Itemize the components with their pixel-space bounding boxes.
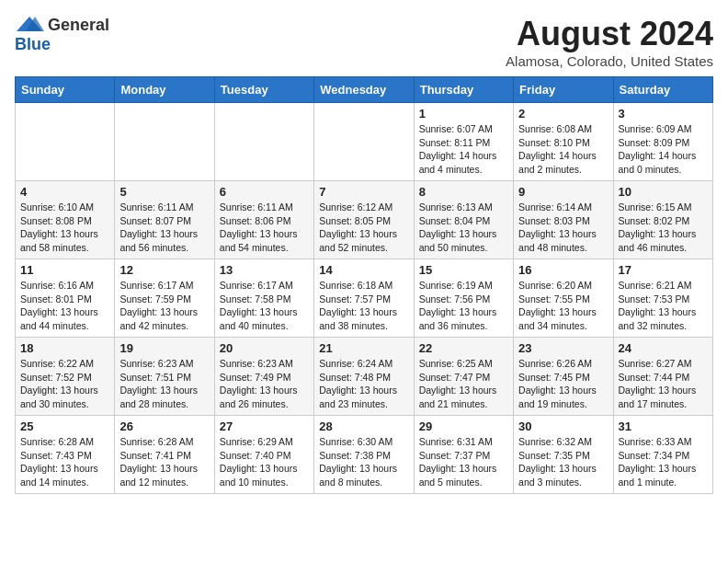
day-info: Sunrise: 6:25 AM Sunset: 7:47 PM Dayligh… [419, 357, 508, 411]
day-number: 11 [20, 263, 109, 277]
header: General Blue August 2024 Alamosa, Colora… [15, 15, 713, 69]
day-info: Sunrise: 6:07 AM Sunset: 8:11 PM Dayligh… [419, 122, 508, 177]
month-year: August 2024 [506, 15, 713, 53]
day-header-monday: Monday [115, 77, 214, 103]
calendar-cell: 10Sunrise: 6:15 AM Sunset: 8:02 PM Dayli… [613, 181, 712, 259]
day-info: Sunrise: 6:16 AM Sunset: 8:01 PM Dayligh… [20, 279, 109, 333]
day-number: 12 [119, 263, 209, 277]
day-number: 17 [619, 263, 708, 277]
calendar-cell: 4Sunrise: 6:10 AM Sunset: 8:08 PM Daylig… [16, 181, 115, 259]
calendar-cell: 28Sunrise: 6:30 AM Sunset: 7:38 PM Dayli… [314, 416, 414, 494]
day-header-friday: Friday [514, 77, 613, 103]
calendar-cell: 19Sunrise: 6:23 AM Sunset: 7:51 PM Dayli… [115, 338, 214, 416]
logo-icon [15, 15, 44, 35]
day-number: 2 [518, 107, 608, 121]
calendar-cell: 1Sunrise: 6:07 AM Sunset: 8:11 PM Daylig… [414, 103, 513, 181]
day-info: Sunrise: 6:21 AM Sunset: 7:53 PM Dayligh… [619, 279, 708, 333]
day-info: Sunrise: 6:23 AM Sunset: 7:51 PM Dayligh… [119, 357, 209, 411]
calendar-cell [16, 103, 115, 181]
calendar-cell: 23Sunrise: 6:26 AM Sunset: 7:45 PM Dayli… [514, 338, 613, 416]
day-info: Sunrise: 6:11 AM Sunset: 8:06 PM Dayligh… [220, 201, 309, 255]
day-info: Sunrise: 6:20 AM Sunset: 7:55 PM Dayligh… [518, 279, 608, 333]
calendar-cell: 29Sunrise: 6:31 AM Sunset: 7:37 PM Dayli… [414, 416, 513, 494]
day-number: 30 [518, 419, 608, 433]
day-number: 14 [319, 263, 408, 277]
calendar-cell: 13Sunrise: 6:17 AM Sunset: 7:58 PM Dayli… [214, 259, 313, 338]
day-number: 16 [518, 263, 608, 277]
calendar-cell [115, 103, 214, 181]
calendar-header-row: SundayMondayTuesdayWednesdayThursdayFrid… [16, 77, 713, 103]
day-info: Sunrise: 6:26 AM Sunset: 7:45 PM Dayligh… [518, 357, 608, 411]
day-info: Sunrise: 6:17 AM Sunset: 7:59 PM Dayligh… [119, 279, 209, 333]
logo: General Blue [15, 15, 109, 54]
day-number: 20 [220, 341, 309, 355]
day-number: 10 [619, 185, 708, 199]
calendar-cell [314, 103, 414, 181]
day-number: 23 [518, 341, 608, 355]
day-header-sunday: Sunday [16, 77, 115, 103]
day-number: 8 [419, 185, 508, 199]
day-info: Sunrise: 6:23 AM Sunset: 7:49 PM Dayligh… [220, 357, 309, 411]
calendar-cell: 2Sunrise: 6:08 AM Sunset: 8:10 PM Daylig… [514, 103, 613, 181]
calendar-cell: 12Sunrise: 6:17 AM Sunset: 7:59 PM Dayli… [115, 259, 214, 338]
calendar-cell: 14Sunrise: 6:18 AM Sunset: 7:57 PM Dayli… [314, 259, 414, 338]
day-info: Sunrise: 6:13 AM Sunset: 8:04 PM Dayligh… [419, 201, 508, 255]
day-number: 25 [20, 419, 109, 433]
day-header-thursday: Thursday [414, 77, 513, 103]
day-info: Sunrise: 6:12 AM Sunset: 8:05 PM Dayligh… [319, 201, 408, 255]
day-number: 9 [518, 185, 608, 199]
day-info: Sunrise: 6:09 AM Sunset: 8:09 PM Dayligh… [619, 122, 708, 177]
day-info: Sunrise: 6:18 AM Sunset: 7:57 PM Dayligh… [319, 279, 408, 333]
logo-general-text: General [48, 16, 109, 35]
calendar-cell: 7Sunrise: 6:12 AM Sunset: 8:05 PM Daylig… [314, 181, 414, 259]
day-number: 15 [419, 263, 508, 277]
day-info: Sunrise: 6:08 AM Sunset: 8:10 PM Dayligh… [518, 122, 608, 177]
day-info: Sunrise: 6:15 AM Sunset: 8:02 PM Dayligh… [619, 201, 708, 255]
day-info: Sunrise: 6:32 AM Sunset: 7:35 PM Dayligh… [518, 435, 608, 489]
calendar-cell: 9Sunrise: 6:14 AM Sunset: 8:03 PM Daylig… [514, 181, 613, 259]
day-number: 28 [319, 419, 408, 433]
day-header-saturday: Saturday [613, 77, 712, 103]
calendar-cell: 30Sunrise: 6:32 AM Sunset: 7:35 PM Dayli… [514, 416, 613, 494]
calendar-cell: 22Sunrise: 6:25 AM Sunset: 7:47 PM Dayli… [414, 338, 513, 416]
week-row-1: 4Sunrise: 6:10 AM Sunset: 8:08 PM Daylig… [16, 181, 713, 259]
logo-blue-text: Blue [15, 35, 51, 54]
day-header-tuesday: Tuesday [214, 77, 313, 103]
calendar-cell: 15Sunrise: 6:19 AM Sunset: 7:56 PM Dayli… [414, 259, 513, 338]
calendar-cell: 21Sunrise: 6:24 AM Sunset: 7:48 PM Dayli… [314, 338, 414, 416]
week-row-4: 25Sunrise: 6:28 AM Sunset: 7:43 PM Dayli… [16, 416, 713, 494]
day-number: 21 [319, 341, 408, 355]
week-row-2: 11Sunrise: 6:16 AM Sunset: 8:01 PM Dayli… [16, 259, 713, 338]
day-info: Sunrise: 6:33 AM Sunset: 7:34 PM Dayligh… [619, 435, 708, 489]
location: Alamosa, Colorado, United States [506, 53, 713, 69]
calendar-cell: 25Sunrise: 6:28 AM Sunset: 7:43 PM Dayli… [16, 416, 115, 494]
day-info: Sunrise: 6:19 AM Sunset: 7:56 PM Dayligh… [419, 279, 508, 333]
day-number: 27 [220, 419, 309, 433]
calendar-body: 1Sunrise: 6:07 AM Sunset: 8:11 PM Daylig… [16, 103, 713, 494]
day-number: 26 [119, 419, 209, 433]
day-info: Sunrise: 6:11 AM Sunset: 8:07 PM Dayligh… [119, 201, 209, 255]
day-info: Sunrise: 6:28 AM Sunset: 7:43 PM Dayligh… [20, 435, 109, 489]
calendar-table: SundayMondayTuesdayWednesdayThursdayFrid… [15, 76, 713, 494]
calendar-cell: 24Sunrise: 6:27 AM Sunset: 7:44 PM Dayli… [613, 338, 712, 416]
day-number: 31 [619, 419, 708, 433]
calendar-cell: 31Sunrise: 6:33 AM Sunset: 7:34 PM Dayli… [613, 416, 712, 494]
calendar-cell: 20Sunrise: 6:23 AM Sunset: 7:49 PM Dayli… [214, 338, 313, 416]
calendar-cell: 5Sunrise: 6:11 AM Sunset: 8:07 PM Daylig… [115, 181, 214, 259]
day-number: 7 [319, 185, 408, 199]
day-number: 3 [619, 107, 708, 121]
day-number: 1 [419, 107, 508, 121]
day-number: 22 [419, 341, 508, 355]
calendar-cell: 16Sunrise: 6:20 AM Sunset: 7:55 PM Dayli… [514, 259, 613, 338]
day-number: 19 [119, 341, 209, 355]
day-header-wednesday: Wednesday [314, 77, 414, 103]
day-info: Sunrise: 6:22 AM Sunset: 7:52 PM Dayligh… [20, 357, 109, 411]
day-info: Sunrise: 6:10 AM Sunset: 8:08 PM Dayligh… [20, 201, 109, 255]
calendar-cell: 11Sunrise: 6:16 AM Sunset: 8:01 PM Dayli… [16, 259, 115, 338]
calendar-cell: 8Sunrise: 6:13 AM Sunset: 8:04 PM Daylig… [414, 181, 513, 259]
day-number: 6 [220, 185, 309, 199]
day-number: 13 [220, 263, 309, 277]
day-number: 18 [20, 341, 109, 355]
day-info: Sunrise: 6:24 AM Sunset: 7:48 PM Dayligh… [319, 357, 408, 411]
calendar-cell: 3Sunrise: 6:09 AM Sunset: 8:09 PM Daylig… [613, 103, 712, 181]
